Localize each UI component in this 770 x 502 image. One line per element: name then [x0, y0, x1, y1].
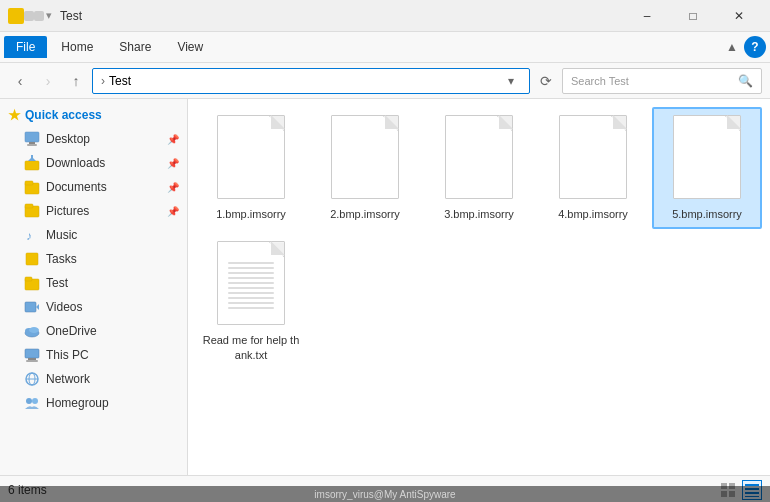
file-icon-3	[443, 115, 515, 203]
svg-rect-21	[26, 360, 38, 362]
file-icon-4	[557, 115, 629, 203]
svg-rect-11	[26, 253, 38, 265]
file-item[interactable]: Read me for help thank.txt	[196, 233, 306, 370]
svg-point-18	[29, 327, 39, 333]
search-placeholder: Search Test	[571, 75, 734, 87]
title-icon-small	[24, 11, 34, 21]
sidebar-item-network[interactable]: Network	[0, 367, 187, 391]
folder-icon	[8, 8, 24, 24]
desktop-label: Desktop	[46, 132, 90, 146]
sidebar-item-tasks[interactable]: Tasks	[0, 247, 187, 271]
ribbon: File Home Share View ▲ ?	[0, 32, 770, 63]
svg-text:♪: ♪	[26, 229, 32, 243]
sidebar-item-homegroup[interactable]: Homegroup	[0, 391, 187, 415]
breadcrumb-arrow: ›	[101, 74, 105, 88]
file-name-5: 5.bmp.imsorry	[672, 207, 742, 221]
videos-icon	[24, 299, 40, 315]
refresh-button[interactable]: ⟳	[534, 69, 558, 93]
tab-share[interactable]: Share	[107, 36, 163, 58]
forward-button[interactable]: ›	[36, 69, 60, 93]
file-line	[228, 272, 274, 274]
downloads-label: Downloads	[46, 156, 105, 170]
svg-rect-13	[25, 277, 32, 281]
network-label: Network	[46, 372, 90, 386]
tab-home[interactable]: Home	[49, 36, 105, 58]
ribbon-expand[interactable]: ▲	[722, 37, 742, 57]
onedrive-icon	[24, 323, 40, 339]
svg-point-26	[32, 398, 38, 404]
sidebar-item-thispc[interactable]: This PC	[0, 343, 187, 367]
homegroup-label: Homegroup	[46, 396, 109, 410]
back-button[interactable]: ‹	[8, 69, 32, 93]
svg-marker-15	[36, 304, 39, 310]
music-icon: ♪	[24, 227, 40, 243]
pictures-icon	[24, 203, 40, 219]
documents-label: Documents	[46, 180, 107, 194]
title-arrow: ▾	[46, 9, 52, 22]
file-line	[228, 262, 274, 264]
file-item[interactable]: 1.bmp.imsorry	[196, 107, 306, 229]
file-name-1: 1.bmp.imsorry	[216, 207, 286, 221]
minimize-button[interactable]: –	[624, 0, 670, 32]
pin-icon-downloads: 📌	[167, 158, 179, 169]
sidebar-item-desktop[interactable]: Desktop 📌	[0, 127, 187, 151]
sidebar-item-onedrive[interactable]: OneDrive	[0, 319, 187, 343]
file-area: 1.bmp.imsorry 2.bmp.imsorry 3.bmp.imsorr…	[188, 99, 770, 475]
file-line	[228, 292, 274, 294]
downloads-icon	[24, 155, 40, 171]
title-bar: ▾ Test – □ ✕	[0, 0, 770, 32]
ribbon-tabs: File Home Share View ▲ ?	[0, 32, 770, 62]
quick-access-header[interactable]: ★ Quick access	[0, 103, 187, 127]
svg-rect-19	[25, 349, 39, 358]
window-controls: – □ ✕	[624, 0, 762, 32]
file-name-6: Read me for help thank.txt	[202, 333, 300, 362]
svg-rect-5	[31, 155, 33, 161]
quick-access-label: Quick access	[25, 108, 102, 122]
tasks-icon	[24, 251, 40, 267]
sidebar-item-music[interactable]: ♪ Music	[0, 223, 187, 247]
test-folder-icon	[24, 275, 40, 291]
file-item[interactable]: 2.bmp.imsorry	[310, 107, 420, 229]
sidebar-item-videos[interactable]: Videos	[0, 295, 187, 319]
file-line	[228, 277, 274, 279]
documents-icon	[24, 179, 40, 195]
help-button[interactable]: ?	[744, 36, 766, 58]
svg-rect-7	[25, 181, 33, 185]
sidebar: ★ Quick access Desktop 📌	[0, 99, 188, 475]
search-icon: 🔍	[738, 74, 753, 88]
maximize-button[interactable]: □	[670, 0, 716, 32]
file-icon-2	[329, 115, 401, 203]
file-item[interactable]: 4.bmp.imsorry	[538, 107, 648, 229]
file-name-3: 3.bmp.imsorry	[444, 207, 514, 221]
pin-icon-documents: 📌	[167, 182, 179, 193]
sidebar-item-pictures[interactable]: Pictures 📌	[0, 199, 187, 223]
tab-view[interactable]: View	[165, 36, 215, 58]
tasks-label: Tasks	[46, 252, 77, 266]
file-icon-5	[671, 115, 743, 203]
file-line	[228, 282, 274, 284]
address-input[interactable]: › Test ▾	[92, 68, 530, 94]
videos-label: Videos	[46, 300, 82, 314]
homegroup-icon	[24, 395, 40, 411]
file-item[interactable]: 5.bmp.imsorry	[652, 107, 762, 229]
close-button[interactable]: ✕	[716, 0, 762, 32]
sidebar-item-documents[interactable]: Documents 📌	[0, 175, 187, 199]
file-line	[228, 267, 274, 269]
address-dropdown[interactable]: ▾	[501, 68, 521, 94]
sidebar-item-downloads[interactable]: Downloads 📌	[0, 151, 187, 175]
address-bar: ‹ › ↑ › Test ▾ ⟳ Search Test 🔍	[0, 63, 770, 99]
svg-rect-1	[29, 142, 35, 144]
tab-file[interactable]: File	[4, 36, 47, 58]
svg-rect-20	[28, 358, 36, 360]
file-item[interactable]: 3.bmp.imsorry	[424, 107, 534, 229]
search-box[interactable]: Search Test 🔍	[562, 68, 762, 94]
test-label: Test	[46, 276, 68, 290]
svg-rect-3	[25, 161, 39, 170]
breadcrumb: › Test	[101, 74, 495, 88]
watermark: imsorry_virus@My AntiSpyware	[0, 486, 770, 502]
up-button[interactable]: ↑	[64, 69, 88, 93]
svg-rect-2	[27, 144, 37, 146]
breadcrumb-path: Test	[109, 74, 131, 88]
sidebar-item-test[interactable]: Test	[0, 271, 187, 295]
file-line	[228, 307, 274, 309]
